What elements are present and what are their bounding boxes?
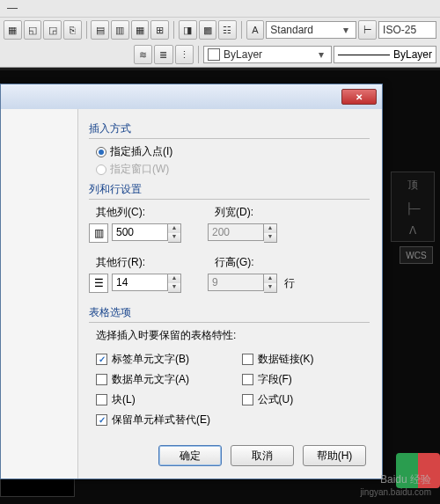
- view-cube[interactable]: 顶 ├─ ᐱ: [391, 172, 435, 242]
- row-height-spinner: ▲▼: [208, 274, 277, 293]
- tool-icon[interactable]: ◱: [24, 20, 42, 40]
- menubar-area: — ▦ ◱ ◲ ⎘ ▤ ▥ ▦ ⊞ ◨ ▩ ☷ A Standard ▾ ⊢ I…: [0, 0, 440, 68]
- checkbox-icon: [242, 394, 253, 405]
- radio-icon: [96, 147, 106, 157]
- spin-down[interactable]: ▼: [168, 283, 180, 292]
- dropdown-text: ISO-25: [383, 24, 432, 36]
- chevron-down-icon: ▾: [340, 24, 352, 36]
- nav-label: 顶: [407, 178, 418, 193]
- watermark: Baidu 经验 jingyan.baidu.com: [360, 472, 431, 497]
- tool-icon[interactable]: ▩: [199, 20, 217, 40]
- tool-icon[interactable]: ▦: [4, 20, 22, 40]
- check-label: 数据链接(K): [258, 352, 314, 367]
- field-label: 其他行(R):: [96, 255, 181, 270]
- tool-icon[interactable]: ⎘: [63, 20, 82, 40]
- rows-icon: ☰: [89, 274, 108, 293]
- separator: [173, 21, 174, 39]
- ok-button[interactable]: 确定: [158, 445, 222, 466]
- wcs-indicator[interactable]: WCS: [400, 246, 433, 264]
- toolbar-row-2: ≋ ≣ ⋮ ByLayer ▾ ByLayer: [0, 42, 440, 67]
- group-title: 表格选项: [89, 305, 370, 320]
- radio-label: 指定插入点(I): [110, 144, 172, 159]
- layer-icon[interactable]: ≣: [154, 45, 172, 64]
- checkbox-icon: [242, 374, 253, 385]
- field-label: 列宽(D):: [215, 205, 277, 220]
- spin-up[interactable]: ▲: [168, 224, 180, 233]
- check-data-text[interactable]: 数据单元文字(A): [96, 372, 224, 387]
- separator: [198, 46, 199, 63]
- options-subtitle: 选择插入时要保留的表格特性:: [96, 328, 370, 343]
- checkbox-icon: [96, 394, 107, 405]
- check-label: 块(L): [112, 392, 136, 407]
- check-data-link[interactable]: 数据链接(K): [242, 352, 370, 367]
- check-label: 数据单元文字(A): [112, 372, 189, 387]
- field-label: 其他列(C):: [96, 205, 181, 220]
- other-rows-input[interactable]: [112, 274, 168, 291]
- other-columns-input[interactable]: [112, 223, 168, 241]
- table-dialog: ✕ 插入方式 指定插入点(I) 指定窗口(W) 列和行设置 其他列(C): ▥ …: [0, 84, 383, 479]
- spin-down[interactable]: ▼: [168, 233, 180, 242]
- tool-icon[interactable]: ◲: [43, 20, 62, 40]
- dropdown-text: ByLayer: [393, 48, 432, 61]
- layer-icon[interactable]: ≋: [134, 45, 152, 64]
- separator: [241, 21, 242, 39]
- text-style-icon[interactable]: A: [246, 20, 265, 40]
- cancel-button[interactable]: 取消: [231, 445, 294, 466]
- dropdown-text: ByLayer: [224, 48, 312, 61]
- chevron-down-icon: ▾: [315, 48, 327, 61]
- checkbox-icon: ✓: [96, 354, 107, 365]
- dialog-left-panel: [1, 109, 78, 478]
- radio-insert-window[interactable]: 指定窗口(W): [96, 162, 370, 177]
- tool-icon[interactable]: ⊞: [150, 20, 169, 40]
- tool-icon[interactable]: ▦: [131, 20, 150, 40]
- checkbox-icon: ✓: [96, 414, 107, 426]
- col-width-spinner: ▲▼: [208, 223, 277, 243]
- text-style-dropdown[interactable]: Standard ▾: [266, 21, 356, 39]
- group-title: 列和行设置: [89, 182, 370, 197]
- linetype-dropdown[interactable]: ByLayer: [334, 46, 436, 63]
- spin-down: ▼: [264, 233, 276, 242]
- help-button[interactable]: 帮助(H): [303, 445, 366, 466]
- checkbox-icon: [96, 374, 107, 385]
- check-label: 公式(U): [258, 392, 294, 407]
- menu-bar: —: [0, 0, 440, 18]
- color-swatch: [208, 48, 220, 61]
- dim-style-dropdown[interactable]: ISO-25: [378, 21, 436, 39]
- layer-icon[interactable]: ⋮: [175, 45, 194, 64]
- tool-icon[interactable]: ◨: [179, 20, 197, 40]
- other-columns-spinner[interactable]: ▲▼: [112, 223, 181, 243]
- dialog-titlebar[interactable]: ✕: [1, 84, 382, 109]
- spin-down: ▼: [264, 283, 276, 292]
- check-field[interactable]: 字段(F): [242, 372, 370, 387]
- check-label: 标签单元文字(B): [112, 352, 189, 367]
- separator: [86, 21, 87, 39]
- check-keep-style[interactable]: ✓ 保留单元样式替代(E): [96, 413, 224, 427]
- col-width-input: [208, 223, 264, 241]
- field-label: 行高(G):: [215, 255, 295, 270]
- unit-label: 行: [284, 276, 295, 291]
- spin-up: ▲: [264, 274, 276, 283]
- toolbar-row-1: ▦ ◱ ◲ ⎘ ▤ ▥ ▦ ⊞ ◨ ▩ ☷ A Standard ▾ ⊢ ISO…: [0, 18, 440, 42]
- spin-up[interactable]: ▲: [168, 274, 180, 283]
- spin-up: ▲: [264, 224, 276, 233]
- checkbox-icon: [242, 354, 253, 365]
- menu-item[interactable]: —: [0, 0, 25, 17]
- other-rows-spinner[interactable]: ▲▼: [112, 274, 181, 293]
- check-label-text[interactable]: ✓ 标签单元文字(B): [96, 352, 224, 367]
- tool-icon[interactable]: ▤: [91, 20, 109, 40]
- watermark-url: jingyan.baidu.com: [360, 487, 431, 497]
- check-label: 字段(F): [258, 372, 292, 387]
- close-button[interactable]: ✕: [341, 89, 377, 105]
- check-block[interactable]: 块(L): [96, 392, 224, 407]
- dropdown-text: Standard: [270, 24, 336, 36]
- check-formula[interactable]: 公式(U): [242, 392, 370, 407]
- group-title: 插入方式: [89, 121, 370, 136]
- radio-insert-point[interactable]: 指定插入点(I): [96, 144, 370, 159]
- tool-icon[interactable]: ▥: [111, 20, 129, 40]
- layer-color-dropdown[interactable]: ByLayer ▾: [203, 46, 332, 63]
- tool-icon[interactable]: ☷: [218, 20, 237, 40]
- radio-icon: [96, 164, 106, 175]
- dim-style-icon[interactable]: ⊢: [358, 20, 377, 40]
- nav-label: ├─: [405, 202, 420, 215]
- nav-label: ᐱ: [409, 224, 416, 237]
